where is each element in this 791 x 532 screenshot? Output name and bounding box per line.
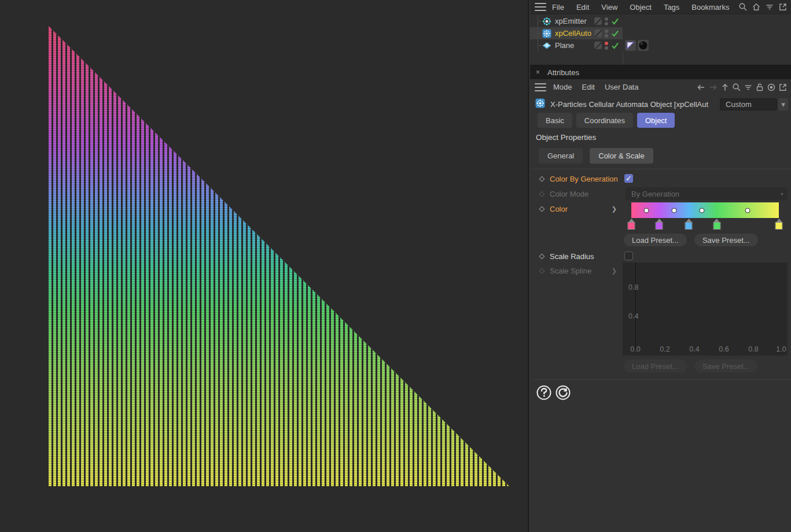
- gradient-knot[interactable]: [656, 219, 663, 230]
- gradient-knot[interactable]: [685, 219, 693, 230]
- attributes-toolbar: Mode Edit User Data: [530, 80, 791, 94]
- enabled-check-icon[interactable]: [611, 42, 619, 50]
- subtab-color-scale[interactable]: Color & Scale: [590, 148, 653, 164]
- phong-tag-icon[interactable]: [625, 40, 636, 51]
- attributes-hamburger-icon[interactable]: [535, 83, 546, 91]
- menu-bookmarks[interactable]: Bookmarks: [691, 3, 729, 12]
- up-arrow-icon[interactable]: [720, 83, 730, 92]
- preset-dropdown-arrow[interactable]: ▾: [778, 98, 788, 110]
- home-icon[interactable]: [752, 2, 761, 12]
- spline-preset-buttons: Load Preset... Save Preset...: [624, 360, 758, 372]
- expander-chevron-icon: ❯: [612, 267, 617, 275]
- 3d-viewport[interactable]: [0, 0, 528, 532]
- tab-object[interactable]: Object: [637, 113, 675, 128]
- gradient-knot[interactable]: [628, 219, 635, 230]
- gradient-knots: [631, 219, 779, 231]
- attr-menu-edit[interactable]: Edit: [582, 83, 595, 91]
- attributes-header: × Attributes: [530, 65, 791, 79]
- attr-menu-mode[interactable]: Mode: [553, 83, 572, 91]
- tree-line: [538, 27, 542, 39]
- filter-icon[interactable]: [765, 2, 774, 12]
- xpcellauto-icon: [535, 98, 545, 110]
- object-name[interactable]: Plane: [555, 41, 574, 50]
- column-separator: [623, 52, 623, 64]
- enabled-check-icon[interactable]: [611, 29, 619, 38]
- close-icon[interactable]: ×: [536, 68, 540, 76]
- color-gradient-bar[interactable]: [631, 202, 779, 218]
- scale-radius-checkbox[interactable]: [624, 252, 633, 260]
- enabled-check-icon[interactable]: [611, 17, 619, 25]
- gradient-knot[interactable]: [713, 219, 720, 230]
- menu-object[interactable]: Object: [630, 3, 652, 12]
- preset-dropdown[interactable]: Custom: [720, 98, 777, 110]
- keyframe-diamond-icon[interactable]: [539, 253, 545, 259]
- forward-arrow-icon[interactable]: [708, 83, 718, 92]
- edit-disable-icon[interactable]: [594, 17, 602, 25]
- gradient-bias-handle[interactable]: [700, 208, 705, 213]
- keyframe-diamond-icon[interactable]: [539, 206, 545, 212]
- scale-radius-label: Scale Radius: [550, 252, 594, 261]
- color-by-generation-label: Color By Generation: [550, 175, 618, 183]
- help-icon[interactable]: [535, 384, 553, 401]
- menu-file[interactable]: File: [552, 3, 564, 12]
- plane-icon[interactable]: [542, 41, 551, 50]
- chevron-down-icon: ▾: [781, 191, 783, 197]
- gradient-bias-handle[interactable]: [671, 208, 676, 213]
- tab-basic[interactable]: Basic: [538, 113, 572, 128]
- graph-x-tick: 1.0: [776, 345, 786, 353]
- menu-edit[interactable]: Edit: [576, 3, 589, 12]
- keyframe-diamond-icon: [539, 191, 545, 197]
- save-preset-button[interactable]: Save Preset...: [694, 234, 758, 246]
- color-preset-buttons: Load Preset... Save Preset...: [624, 234, 758, 246]
- attribute-tabs: Basic Coordinates Object: [538, 113, 675, 128]
- menu-hamburger-icon[interactable]: [535, 3, 546, 11]
- object-row-plane[interactable]: Plane: [530, 39, 791, 51]
- keyframe-diamond-icon[interactable]: [539, 176, 545, 182]
- object-name[interactable]: xpCellAuto: [555, 29, 591, 38]
- reset-icon[interactable]: [554, 384, 572, 401]
- edit-disable-icon[interactable]: [594, 29, 602, 37]
- graph-x-tick: 0.6: [719, 345, 729, 353]
- open-window-icon[interactable]: [778, 83, 788, 92]
- menu-view[interactable]: View: [601, 3, 617, 12]
- gradient-bias-handle[interactable]: [643, 208, 649, 213]
- object-row-xpcellauto[interactable]: xpCellAuto: [530, 27, 791, 39]
- row-scale-radius: Scale Radius: [530, 251, 791, 261]
- separator: [530, 169, 791, 169]
- search-icon[interactable]: [738, 2, 748, 12]
- particle-triangle: [49, 26, 509, 486]
- subtab-general[interactable]: General: [539, 148, 583, 164]
- xpcellauto-icon[interactable]: [542, 29, 551, 38]
- object-name[interactable]: xpEmitter: [555, 17, 587, 25]
- edit-disable-icon[interactable]: [594, 42, 602, 49]
- row-color: Color ❯: [530, 204, 623, 214]
- color-gradient-control[interactable]: [631, 202, 779, 218]
- gradient-knot[interactable]: [775, 219, 783, 230]
- menu-tags[interactable]: Tags: [664, 3, 679, 12]
- separator: [534, 379, 791, 380]
- visibility-dots[interactable]: [605, 42, 608, 50]
- track-target-icon[interactable]: [767, 83, 776, 92]
- scale-spline-graph: 0.8 0.4 0.0 0.2 0.4 0.6 0.8 1.0: [623, 263, 788, 356]
- search-icon[interactable]: [732, 83, 741, 92]
- visibility-dots[interactable]: [605, 17, 608, 25]
- object-row-xpemitter[interactable]: xpEmitter: [530, 15, 791, 27]
- graph-y-tick: 0.4: [628, 312, 638, 320]
- cinema4d-window: File Edit View Object Tags Bookmarks: [0, 0, 791, 532]
- help-row: [535, 384, 572, 401]
- tree-line: [538, 39, 542, 51]
- lock-icon[interactable]: [755, 83, 764, 92]
- filter-icon[interactable]: [744, 83, 753, 92]
- xpemitter-icon[interactable]: [542, 17, 551, 26]
- attr-menu-userdata[interactable]: User Data: [605, 83, 639, 91]
- back-arrow-icon[interactable]: [696, 83, 706, 92]
- load-preset-button[interactable]: Load Preset...: [624, 234, 687, 246]
- open-window-icon[interactable]: [778, 2, 788, 12]
- tab-coordinates[interactable]: Coordinates: [576, 113, 633, 128]
- gradient-bias-handle[interactable]: [745, 208, 750, 213]
- texture-tag-icon[interactable]: [638, 40, 649, 51]
- color-mode-dropdown: By Generation ▾: [626, 187, 788, 200]
- expander-chevron-icon[interactable]: ❯: [612, 205, 617, 213]
- visibility-dots[interactable]: [605, 29, 608, 38]
- color-by-generation-checkbox[interactable]: ✓: [624, 174, 633, 183]
